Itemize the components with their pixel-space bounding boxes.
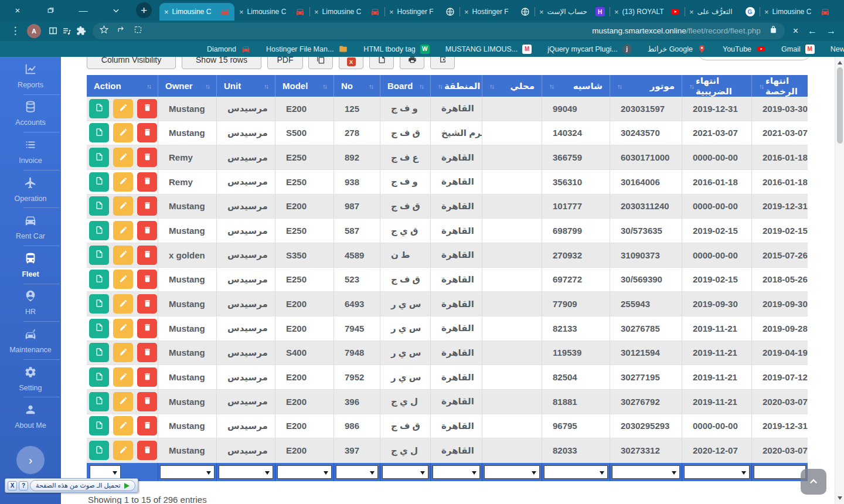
column-filter-select[interactable] xyxy=(336,465,378,479)
browser-tab[interactable]: ×Limousine C xyxy=(760,3,835,21)
delete-record-button[interactable] xyxy=(137,148,157,167)
delete-record-button[interactable] xyxy=(137,196,157,216)
tab-close-icon[interactable]: × xyxy=(464,8,469,16)
view-record-button[interactable] xyxy=(89,367,109,387)
edit-record-button[interactable] xyxy=(113,416,133,435)
column-filter-select[interactable] xyxy=(219,465,273,479)
reading-list-icon[interactable] xyxy=(60,24,74,38)
delete-record-button[interactable] xyxy=(137,416,157,435)
edit-record-button[interactable] xyxy=(113,343,133,362)
browser-tab[interactable]: ×Limousine C xyxy=(234,3,309,21)
tab-close-icon[interactable]: × xyxy=(239,8,244,16)
column-header[interactable]: Unit↑↓ xyxy=(217,75,275,97)
edit-record-button[interactable] xyxy=(113,172,133,192)
delete-record-button[interactable] xyxy=(137,343,157,362)
tab-close-icon[interactable]: × xyxy=(689,8,694,16)
copy-export-button[interactable] xyxy=(308,57,333,69)
edit-record-button[interactable] xyxy=(113,441,133,460)
delete-record-button[interactable] xyxy=(137,99,157,118)
column-header[interactable]: Model↑↓ xyxy=(275,75,334,97)
view-record-button[interactable] xyxy=(89,172,109,192)
bookmark-item[interactable]: New Invoice - Must...N xyxy=(831,45,844,54)
edit-record-button[interactable] xyxy=(113,148,133,167)
column-filter-select[interactable] xyxy=(433,465,480,479)
print-export-button[interactable] xyxy=(400,57,424,69)
delete-record-button[interactable] xyxy=(137,123,157,142)
column-filter-select[interactable] xyxy=(90,465,121,479)
view-record-button[interactable] xyxy=(89,270,109,289)
column-filter-select[interactable] xyxy=(277,465,332,479)
edit-record-button[interactable] xyxy=(113,99,133,118)
bookmark-star-icon[interactable] xyxy=(100,25,108,36)
new-tab-button[interactable]: + xyxy=(136,2,152,18)
edit-record-button[interactable] xyxy=(113,270,133,289)
delete-record-button[interactable] xyxy=(137,246,157,265)
delete-record-button[interactable] xyxy=(137,441,157,460)
column-header[interactable]: Action↑↓ xyxy=(87,75,158,97)
sidebar-item-hr[interactable]: HR xyxy=(0,284,61,322)
overlay-help-button[interactable]: ? xyxy=(19,481,28,491)
window-minimize-icon[interactable]: — xyxy=(79,6,88,15)
delete-record-button[interactable] xyxy=(137,294,157,314)
sidebar-item-fleet[interactable]: Fleet xyxy=(0,246,61,284)
window-restore-icon[interactable] xyxy=(46,6,55,15)
tab-close-icon[interactable]: × xyxy=(764,8,769,16)
view-record-button[interactable] xyxy=(89,441,109,460)
column-filter-select[interactable] xyxy=(160,465,215,479)
sidebar-item-operation[interactable]: Operation xyxy=(0,171,61,209)
browser-menu-icon[interactable]: ⋮ xyxy=(8,24,22,38)
sidebar-item-accounts[interactable]: Accounts xyxy=(0,95,61,133)
tab-close-icon[interactable]: × xyxy=(164,8,169,16)
extensions-puzzle-icon[interactable] xyxy=(74,24,88,38)
column-filter-select[interactable] xyxy=(544,465,608,479)
side-panel-icon[interactable] xyxy=(46,24,60,38)
scrollbar-up-icon[interactable] xyxy=(838,61,842,64)
url-text[interactable]: mustang.smartexcel.online/fleet/record/f… xyxy=(592,26,760,35)
edit-record-button[interactable] xyxy=(113,367,133,387)
scrollbar-thumb[interactable] xyxy=(837,67,843,144)
search-input[interactable] xyxy=(697,57,811,60)
profile-avatar[interactable]: A xyxy=(27,24,41,38)
column-header[interactable]: No↑↓ xyxy=(334,75,380,97)
browser-tab[interactable]: ×حساب الإستH xyxy=(535,3,610,21)
tab-close-icon[interactable]: × xyxy=(314,8,319,16)
browser-tab[interactable]: ×Limousine C xyxy=(309,3,384,21)
delete-record-button[interactable] xyxy=(137,392,157,411)
column-filter-select[interactable] xyxy=(484,465,540,479)
export-export-button[interactable] xyxy=(430,57,455,69)
forward-icon[interactable]: → xyxy=(826,26,836,36)
stop-icon[interactable]: × xyxy=(793,26,798,36)
edit-record-button[interactable] xyxy=(113,294,133,314)
column-filter-select[interactable] xyxy=(382,465,428,479)
overlay-close-button[interactable]: X xyxy=(8,481,17,491)
sidebar-item-invoice[interactable]: Invoice xyxy=(0,132,61,171)
csv-export-button[interactable] xyxy=(369,57,394,69)
column-filter-select[interactable] xyxy=(754,465,806,479)
browser-tab[interactable]: ×Limousine C xyxy=(159,3,234,21)
column-header[interactable]: Board↑↓ xyxy=(380,75,431,97)
tab-menu-icon[interactable] xyxy=(111,6,121,15)
delete-record-button[interactable] xyxy=(137,319,157,338)
column-header[interactable]: ↑↓شاسيه xyxy=(542,75,610,97)
column-header[interactable]: ↑↓محلي xyxy=(482,75,542,97)
bookmark-item[interactable]: jQuery mycart Plugi...j xyxy=(547,45,631,54)
download-audio-button[interactable]: تحميل الـ صوت من هذه الصفحة xyxy=(30,480,135,491)
bookmark-item[interactable]: GmailM xyxy=(781,45,815,54)
edit-record-button[interactable] xyxy=(113,246,133,265)
column-filter-select[interactable] xyxy=(612,465,680,479)
excel-export-button[interactable]: X xyxy=(339,57,363,69)
delete-record-button[interactable] xyxy=(137,270,157,289)
delete-record-button[interactable] xyxy=(137,367,157,387)
browser-tab[interactable]: ×(13) ROYALT xyxy=(610,3,685,21)
view-record-button[interactable] xyxy=(89,148,109,167)
browser-tab[interactable]: ×التعرُّف علىG xyxy=(685,3,760,21)
column-filter-select[interactable] xyxy=(684,465,750,479)
sidebar-item-rent-car[interactable]: Rent Car xyxy=(0,208,61,246)
sidebar-item-maintenance[interactable]: Maintenance xyxy=(0,322,61,360)
bookmark-item[interactable]: خرائط Google xyxy=(648,45,707,54)
edit-record-button[interactable] xyxy=(113,319,133,338)
share-icon[interactable] xyxy=(117,25,125,36)
delete-record-button[interactable] xyxy=(137,221,157,240)
view-record-button[interactable] xyxy=(89,392,109,411)
view-record-button[interactable] xyxy=(89,196,109,216)
